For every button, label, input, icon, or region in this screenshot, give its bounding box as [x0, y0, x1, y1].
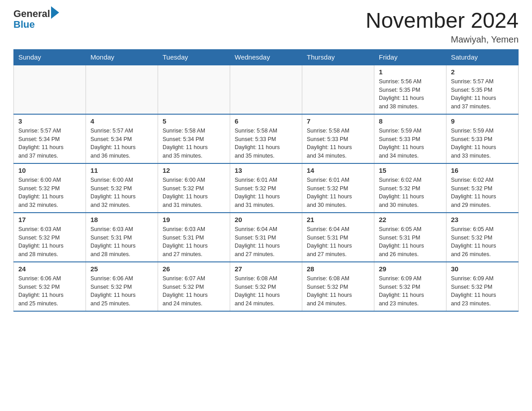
day-number: 8: [379, 117, 442, 125]
day-number: 10: [18, 167, 81, 174]
calendar-cell: 16Sunrise: 6:02 AM Sunset: 5:32 PM Dayli…: [446, 163, 519, 213]
calendar-week-4: 17Sunrise: 6:03 AM Sunset: 5:32 PM Dayli…: [14, 213, 519, 262]
logo-blue-text: Blue: [13, 19, 35, 30]
day-info: Sunrise: 6:07 AM Sunset: 5:32 PM Dayligh…: [163, 274, 225, 308]
calendar-header-tuesday: Tuesday: [158, 49, 230, 65]
location-label: Mawiyah, Yemen: [365, 34, 519, 45]
day-info: Sunrise: 5:59 AM Sunset: 5:33 PM Dayligh…: [451, 127, 514, 160]
day-info: Sunrise: 5:58 AM Sunset: 5:33 PM Dayligh…: [235, 127, 297, 160]
day-number: 1: [379, 68, 442, 76]
day-number: 4: [90, 117, 153, 125]
day-number: 3: [18, 117, 81, 125]
day-info: Sunrise: 6:03 AM Sunset: 5:32 PM Dayligh…: [18, 225, 81, 259]
day-info: Sunrise: 6:05 AM Sunset: 5:32 PM Dayligh…: [451, 225, 514, 259]
calendar-cell: 14Sunrise: 6:01 AM Sunset: 5:32 PM Dayli…: [302, 163, 374, 213]
calendar-cell: 10Sunrise: 6:00 AM Sunset: 5:32 PM Dayli…: [14, 163, 86, 213]
calendar-week-2: 3Sunrise: 5:57 AM Sunset: 5:34 PM Daylig…: [14, 114, 519, 163]
calendar-header-saturday: Saturday: [446, 49, 519, 65]
calendar-cell: [230, 65, 302, 114]
calendar-cell: 4Sunrise: 5:57 AM Sunset: 5:34 PM Daylig…: [86, 114, 158, 163]
calendar-cell: 18Sunrise: 6:03 AM Sunset: 5:31 PM Dayli…: [86, 213, 158, 262]
logo-arrow-icon: [51, 6, 59, 19]
day-number: 16: [451, 167, 514, 174]
calendar-cell: 27Sunrise: 6:08 AM Sunset: 5:32 PM Dayli…: [230, 262, 302, 311]
day-info: Sunrise: 6:03 AM Sunset: 5:31 PM Dayligh…: [163, 225, 225, 259]
calendar-cell: 3Sunrise: 5:57 AM Sunset: 5:34 PM Daylig…: [14, 114, 86, 163]
day-number: 14: [307, 167, 369, 174]
page-header: General Blue November 2024 Mawiyah, Yeme…: [13, 9, 519, 45]
day-number: 22: [379, 216, 442, 223]
month-title: November 2024: [365, 9, 519, 33]
calendar-cell: [158, 65, 230, 114]
day-number: 30: [451, 265, 514, 273]
calendar-cell: 2Sunrise: 5:57 AM Sunset: 5:35 PM Daylig…: [446, 65, 519, 114]
day-number: 29: [379, 265, 442, 273]
day-number: 15: [379, 167, 442, 174]
day-info: Sunrise: 5:56 AM Sunset: 5:35 PM Dayligh…: [379, 77, 442, 111]
day-info: Sunrise: 6:09 AM Sunset: 5:32 PM Dayligh…: [451, 274, 514, 308]
day-number: 23: [451, 216, 514, 223]
calendar-header-thursday: Thursday: [302, 49, 374, 65]
day-info: Sunrise: 5:58 AM Sunset: 5:33 PM Dayligh…: [307, 127, 369, 160]
day-number: 27: [235, 265, 297, 273]
day-info: Sunrise: 6:04 AM Sunset: 5:31 PM Dayligh…: [307, 225, 369, 259]
day-info: Sunrise: 6:01 AM Sunset: 5:32 PM Dayligh…: [235, 176, 297, 210]
day-info: Sunrise: 6:06 AM Sunset: 5:32 PM Dayligh…: [90, 274, 153, 308]
day-number: 17: [18, 216, 81, 223]
calendar-cell: 26Sunrise: 6:07 AM Sunset: 5:32 PM Dayli…: [158, 262, 230, 311]
calendar-header-row: SundayMondayTuesdayWednesdayThursdayFrid…: [14, 49, 519, 65]
calendar-cell: 9Sunrise: 5:59 AM Sunset: 5:33 PM Daylig…: [446, 114, 519, 163]
calendar-cell: 17Sunrise: 6:03 AM Sunset: 5:32 PM Dayli…: [14, 213, 86, 262]
day-number: 9: [451, 117, 514, 125]
day-number: 12: [163, 167, 225, 174]
calendar-cell: 20Sunrise: 6:04 AM Sunset: 5:31 PM Dayli…: [230, 213, 302, 262]
day-number: 5: [163, 117, 225, 125]
day-info: Sunrise: 5:58 AM Sunset: 5:34 PM Dayligh…: [163, 127, 225, 160]
calendar-week-5: 24Sunrise: 6:06 AM Sunset: 5:32 PM Dayli…: [14, 262, 519, 311]
day-info: Sunrise: 6:00 AM Sunset: 5:32 PM Dayligh…: [90, 176, 153, 210]
calendar-cell: 13Sunrise: 6:01 AM Sunset: 5:32 PM Dayli…: [230, 163, 302, 213]
day-info: Sunrise: 6:08 AM Sunset: 5:32 PM Dayligh…: [235, 274, 297, 308]
day-number: 20: [235, 216, 297, 223]
day-number: 21: [307, 216, 369, 223]
calendar-table: SundayMondayTuesdayWednesdayThursdayFrid…: [13, 49, 519, 312]
day-info: Sunrise: 5:57 AM Sunset: 5:34 PM Dayligh…: [90, 127, 153, 160]
calendar-header-friday: Friday: [374, 49, 446, 65]
logo: General Blue: [13, 9, 59, 30]
day-info: Sunrise: 6:01 AM Sunset: 5:32 PM Dayligh…: [307, 176, 369, 210]
calendar-cell: 5Sunrise: 5:58 AM Sunset: 5:34 PM Daylig…: [158, 114, 230, 163]
calendar-cell: [86, 65, 158, 114]
calendar-header-monday: Monday: [86, 49, 158, 65]
day-number: 2: [451, 68, 514, 76]
day-number: 6: [235, 117, 297, 125]
calendar-cell: 24Sunrise: 6:06 AM Sunset: 5:32 PM Dayli…: [14, 262, 86, 311]
calendar-cell: 7Sunrise: 5:58 AM Sunset: 5:33 PM Daylig…: [302, 114, 374, 163]
day-number: 28: [307, 265, 369, 273]
calendar-cell: 28Sunrise: 6:08 AM Sunset: 5:32 PM Dayli…: [302, 262, 374, 311]
calendar-cell: 29Sunrise: 6:09 AM Sunset: 5:32 PM Dayli…: [374, 262, 446, 311]
calendar-cell: 12Sunrise: 6:00 AM Sunset: 5:32 PM Dayli…: [158, 163, 230, 213]
calendar-cell: 6Sunrise: 5:58 AM Sunset: 5:33 PM Daylig…: [230, 114, 302, 163]
day-number: 25: [90, 265, 153, 273]
calendar-cell: 25Sunrise: 6:06 AM Sunset: 5:32 PM Dayli…: [86, 262, 158, 311]
day-number: 11: [90, 167, 153, 174]
calendar-cell: 21Sunrise: 6:04 AM Sunset: 5:31 PM Dayli…: [302, 213, 374, 262]
day-info: Sunrise: 6:05 AM Sunset: 5:31 PM Dayligh…: [379, 225, 442, 259]
calendar-cell: 22Sunrise: 6:05 AM Sunset: 5:31 PM Dayli…: [374, 213, 446, 262]
calendar-cell: 1Sunrise: 5:56 AM Sunset: 5:35 PM Daylig…: [374, 65, 446, 114]
calendar-cell: 15Sunrise: 6:02 AM Sunset: 5:32 PM Dayli…: [374, 163, 446, 213]
day-info: Sunrise: 6:03 AM Sunset: 5:31 PM Dayligh…: [90, 225, 153, 259]
day-number: 19: [163, 216, 225, 223]
calendar-header-wednesday: Wednesday: [230, 49, 302, 65]
day-info: Sunrise: 6:02 AM Sunset: 5:32 PM Dayligh…: [451, 176, 514, 210]
day-info: Sunrise: 6:04 AM Sunset: 5:31 PM Dayligh…: [235, 225, 297, 259]
title-section: November 2024 Mawiyah, Yemen: [365, 9, 519, 45]
day-number: 18: [90, 216, 153, 223]
calendar-cell: 19Sunrise: 6:03 AM Sunset: 5:31 PM Dayli…: [158, 213, 230, 262]
day-info: Sunrise: 6:08 AM Sunset: 5:32 PM Dayligh…: [307, 274, 369, 308]
calendar-cell: [302, 65, 374, 114]
calendar-header-sunday: Sunday: [14, 49, 86, 65]
calendar-week-3: 10Sunrise: 6:00 AM Sunset: 5:32 PM Dayli…: [14, 163, 519, 213]
day-info: Sunrise: 6:06 AM Sunset: 5:32 PM Dayligh…: [18, 274, 81, 308]
calendar-cell: 30Sunrise: 6:09 AM Sunset: 5:32 PM Dayli…: [446, 262, 519, 311]
